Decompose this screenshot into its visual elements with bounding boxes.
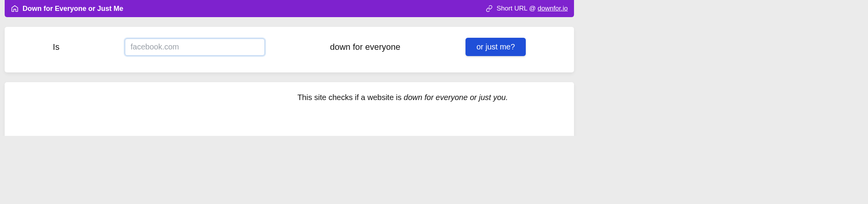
link-icon: [486, 5, 493, 12]
header-left: Down for Everyone or Just Me: [11, 5, 123, 13]
short-url-link[interactable]: downfor.io: [538, 5, 568, 12]
short-url-prefix: Short URL @: [497, 5, 537, 12]
url-input[interactable]: [125, 39, 265, 56]
info-text-italic: down for everyone or just you.: [404, 93, 508, 102]
info-card: This site checks if a website is down fo…: [5, 82, 574, 136]
info-text: This site checks if a website is down fo…: [298, 93, 508, 102]
info-text-prefix: This site checks if a website is: [298, 93, 404, 102]
header-bar: Down for Everyone or Just Me Short URL @…: [5, 0, 574, 17]
home-icon[interactable]: [11, 5, 19, 12]
check-button[interactable]: or just me?: [466, 38, 526, 56]
form-middle-label: down for everyone: [330, 42, 400, 52]
check-form-card: Is down for everyone or just me?: [5, 27, 574, 72]
site-title: Down for Everyone or Just Me: [23, 5, 123, 13]
short-url-label: Short URL @ downfor.io: [497, 5, 568, 12]
header-right: Short URL @ downfor.io: [486, 5, 568, 12]
form-prefix-label: Is: [53, 42, 60, 52]
